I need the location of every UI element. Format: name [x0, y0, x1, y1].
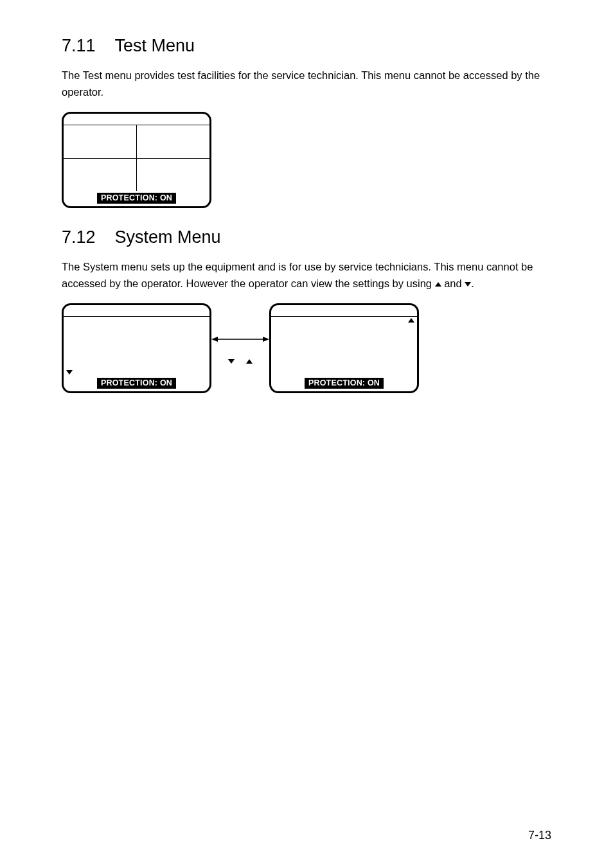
svg-marker-1 — [211, 337, 218, 342]
screen-footer: PROTECTION: ON — [64, 376, 209, 391]
section-title: System Menu — [115, 227, 221, 247]
page-number: 7-13 — [528, 829, 551, 842]
protection-label: PROTECTION: ON — [97, 193, 176, 204]
screen-header — [271, 305, 417, 317]
section-body-test-menu: The Test menu provides test facilities f… — [62, 67, 551, 100]
nav-arrows-between — [211, 303, 269, 393]
protection-label: PROTECTION: ON — [97, 378, 176, 389]
system-menu-screen-1: PROTECTION: ON — [62, 303, 211, 393]
screen-footer: PROTECTION: ON — [64, 191, 209, 206]
screen-body — [271, 317, 417, 376]
screen-header — [64, 305, 209, 317]
triangle-up-icon — [408, 318, 414, 323]
screen-header — [64, 114, 209, 125]
section-heading-system-menu: 7.12System Menu — [62, 227, 551, 247]
triangle-up-icon — [246, 359, 253, 364]
test-menu-screen: PROTECTION: ON — [62, 112, 211, 208]
triangle-down-icon — [66, 370, 73, 375]
screen-body — [64, 317, 209, 376]
section-title: Test Menu — [115, 36, 195, 55]
dual-screen-row: PROTECTION: ON PROTECTION: ON — [62, 303, 551, 393]
section-body-system-menu: The System menu sets up the equipment an… — [62, 259, 551, 292]
system-menu-screen-2: PROTECTION: ON — [269, 303, 419, 393]
section-heading-test-menu: 7.11Test Menu — [62, 36, 551, 56]
triangle-down-icon — [228, 359, 235, 364]
section-number: 7.12 — [62, 227, 96, 247]
screen-footer: PROTECTION: ON — [271, 376, 417, 391]
svg-marker-2 — [263, 337, 269, 342]
triangle-up-icon — [435, 282, 441, 287]
triangle-down-icon — [465, 282, 471, 287]
screen-body — [64, 125, 209, 191]
section-number: 7.11 — [62, 36, 96, 56]
protection-label: PROTECTION: ON — [305, 378, 384, 389]
